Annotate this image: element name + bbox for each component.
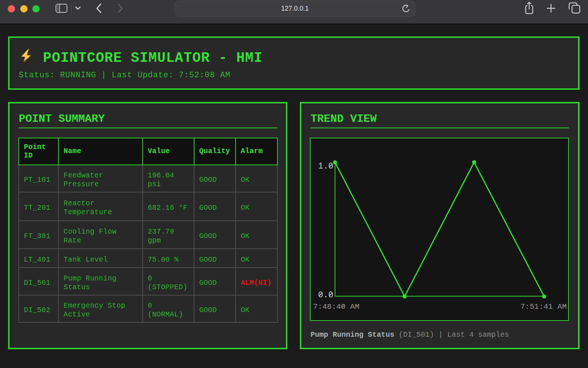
svg-text:1.0: 1.0 bbox=[318, 162, 333, 171]
svg-text:7:48:40 AM: 7:48:40 AM bbox=[313, 302, 359, 311]
svg-text:7:51:41 AM: 7:51:41 AM bbox=[520, 302, 567, 311]
